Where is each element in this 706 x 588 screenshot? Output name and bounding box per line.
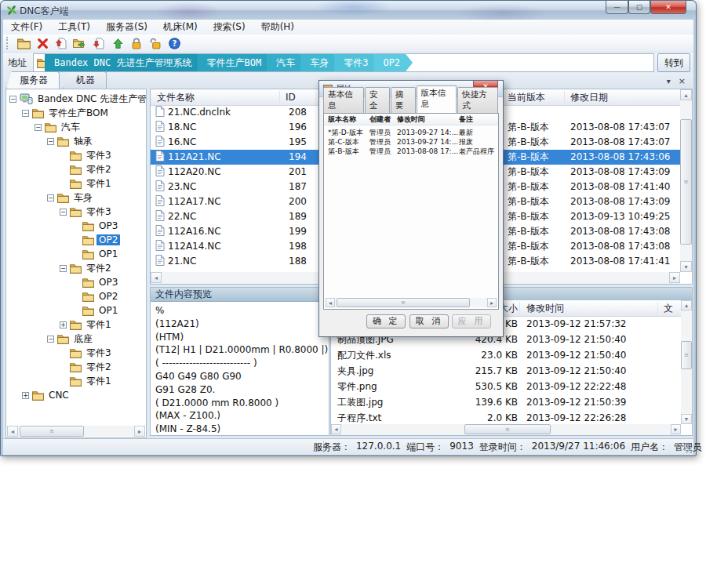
checkin-doc-button[interactable]: [52, 35, 71, 52]
tree-item-OP2[interactable]: OP2: [6, 289, 146, 303]
tree-item-零件3[interactable]: −零件3: [6, 205, 146, 219]
upload-arrow-button[interactable]: [108, 35, 127, 52]
attach-vscrollbar[interactable]: ▴ ▾ ≡: [681, 300, 692, 424]
column-header-2[interactable]: 文件(&: [664, 300, 681, 316]
panel-dropdown-icon[interactable]: ▾: [667, 77, 671, 85]
tree-item-轴承[interactable]: −轴承: [6, 134, 146, 148]
attachment-row[interactable]: 夹具.jpg215.7 KB2013-09-12 21:50:40: [331, 363, 681, 379]
tree-item-OP1[interactable]: OP1: [6, 247, 146, 261]
tab-服务器[interactable]: 服务器: [6, 71, 60, 89]
unlock-button[interactable]: [146, 35, 165, 52]
toolbar-grip[interactable]: [6, 37, 11, 49]
column-header-文件名称[interactable]: 文件名称: [157, 89, 195, 105]
scroll-up-icon[interactable]: ▴: [680, 89, 692, 100]
tree-item-零件3[interactable]: 零件3: [6, 148, 146, 162]
tree-item-OP1[interactable]: OP1: [6, 303, 146, 318]
tree-item-CNC[interactable]: +CNC: [6, 388, 146, 402]
tree-item-Bandex DNC 先进生产管理系统[interactable]: −Bandex DNC 先进生产管理系统: [6, 92, 146, 106]
scroll-left-icon[interactable]: ◂: [7, 426, 18, 437]
collapse-icon[interactable]: −: [22, 110, 29, 117]
scroll-right-icon[interactable]: ▸: [134, 426, 145, 437]
tree-item-底座[interactable]: −底座: [6, 332, 146, 346]
breadcrumb-segment-0[interactable]: Bandex DNC 先进生产管理系统: [45, 54, 204, 71]
version-column-header[interactable]: 版本名称: [328, 114, 356, 124]
tree-item-零件2[interactable]: 零件2: [6, 162, 146, 176]
panel-close-icon[interactable]: ×: [679, 76, 686, 86]
collapse-icon[interactable]: −: [60, 209, 67, 216]
column-header-修改日期[interactable]: 修改日期: [570, 89, 608, 105]
scroll-down-icon[interactable]: ▾: [681, 414, 692, 424]
scroll-thumb[interactable]: ≡: [464, 424, 551, 434]
column-header-当前版本[interactable]: 当前版本: [508, 89, 545, 105]
tree-item-零件1[interactable]: 零件1: [6, 374, 146, 388]
tree-item-零件1[interactable]: 零件1: [6, 176, 146, 191]
collapse-icon[interactable]: −: [9, 96, 16, 103]
tree-item-OP3[interactable]: OP3: [6, 275, 146, 289]
tree-item-零件2[interactable]: −零件2: [6, 261, 146, 275]
attachment-row[interactable]: 工装图.jpg139.6 KB2013-09-12 21:50:39: [331, 394, 681, 410]
close-button[interactable]: ✕: [650, 1, 686, 14]
folder-button[interactable]: [14, 35, 33, 52]
version-column-header[interactable]: 备注: [459, 114, 473, 124]
scroll-down-icon[interactable]: ▾: [680, 261, 692, 272]
dialog-tab-基本信息[interactable]: 基本信息: [323, 87, 364, 113]
menu-item-3[interactable]: 机床(M): [155, 20, 206, 34]
menu-item-1[interactable]: 工具(T): [50, 20, 98, 34]
scroll-left-icon[interactable]: ◂: [151, 272, 162, 283]
collapse-icon[interactable]: −: [60, 265, 67, 272]
address-field[interactable]: Bandex DNC 先进生产管理系统零件生产BOM汽车车身零件3OP2: [33, 53, 654, 72]
tree-item-车身[interactable]: −车身: [6, 191, 146, 205]
scroll-thumb[interactable]: ≡: [20, 426, 84, 437]
menu-item-5[interactable]: 帮助(H): [253, 20, 302, 34]
tree-item-OP2[interactable]: OP2: [6, 233, 146, 247]
scroll-right-icon[interactable]: ▸: [671, 424, 681, 434]
menu-item-0[interactable]: 文件(F): [3, 20, 50, 34]
column-header-ID[interactable]: ID: [286, 89, 296, 105]
minimize-button[interactable]: —: [606, 1, 628, 14]
collapse-icon[interactable]: −: [47, 138, 54, 145]
help-button[interactable]: ?: [165, 35, 184, 52]
lock-button[interactable]: [127, 35, 146, 52]
resize-grip[interactable]: [684, 445, 692, 453]
tab-机器[interactable]: 机器: [63, 71, 107, 89]
cancel-button[interactable]: 取 消: [409, 314, 449, 328]
go-button[interactable]: 转到: [657, 53, 690, 72]
scroll-thumb[interactable]: ≡: [681, 341, 692, 369]
attach-hscrollbar[interactable]: ◂ ▸ ≡: [331, 424, 681, 435]
collapse-icon[interactable]: −: [47, 194, 54, 201]
checkout-doc-button[interactable]: [89, 35, 108, 52]
version-column-header[interactable]: 修改时间: [397, 114, 425, 124]
menu-item-2[interactable]: 服务器(S): [98, 20, 155, 34]
column-header-1[interactable]: 修改时间: [526, 300, 564, 316]
scroll-right-icon[interactable]: ▸: [669, 272, 680, 283]
tree-item-汽车[interactable]: −汽车: [6, 120, 146, 134]
dialog-tab-安全[interactable]: 安全: [365, 87, 390, 113]
dialog-hscrollbar[interactable]: ◂ ▸ ≡: [326, 298, 497, 307]
attachment-row[interactable]: 子程序.txt2.0 KB2013-09-12 22:26:28: [331, 410, 681, 424]
breadcrumb-segment-5[interactable]: OP2: [373, 54, 413, 71]
scroll-thumb[interactable]: ≡: [337, 298, 470, 307]
ok-button[interactable]: 确 定: [366, 314, 406, 328]
tree-item-零件1[interactable]: +零件1: [6, 318, 146, 332]
delete-button[interactable]: [33, 35, 52, 52]
folder-open-button[interactable]: [71, 35, 89, 52]
tree-item-零件3[interactable]: 零件3: [6, 346, 146, 360]
breadcrumb-segment-1[interactable]: 零件生产BOM: [197, 54, 274, 71]
tree-item-零件生产BOM[interactable]: −零件生产BOM: [6, 106, 146, 120]
version-column-header[interactable]: 创建者: [369, 114, 391, 124]
dialog-tab-版本信息[interactable]: 版本信息: [417, 85, 457, 113]
title-bar[interactable]: DNC客户端 — ▢ ✕: [1, 1, 696, 20]
scroll-left-icon[interactable]: ◂: [326, 298, 335, 307]
maximize-button[interactable]: ▢: [628, 1, 650, 14]
scroll-thumb[interactable]: ≡: [680, 119, 692, 245]
collapse-icon[interactable]: −: [35, 124, 42, 131]
attachment-row[interactable]: 零件.png530.5 KB2013-09-12 22:22:48: [331, 379, 681, 394]
list-vscrollbar[interactable]: ▴ ▾ ≡: [680, 89, 692, 272]
dialog-tab-快捷方式[interactable]: 快捷方式: [457, 87, 498, 113]
expand-icon[interactable]: +: [22, 392, 29, 399]
attachment-row[interactable]: 配刀文件.xls23.0 KB2013-09-12 21:50:40: [331, 347, 681, 363]
collapse-icon[interactable]: −: [47, 336, 54, 343]
scroll-left-icon[interactable]: ◂: [331, 424, 341, 434]
tree-hscrollbar[interactable]: ◂ ▸ ≡: [7, 426, 145, 437]
expand-icon[interactable]: +: [60, 321, 67, 328]
